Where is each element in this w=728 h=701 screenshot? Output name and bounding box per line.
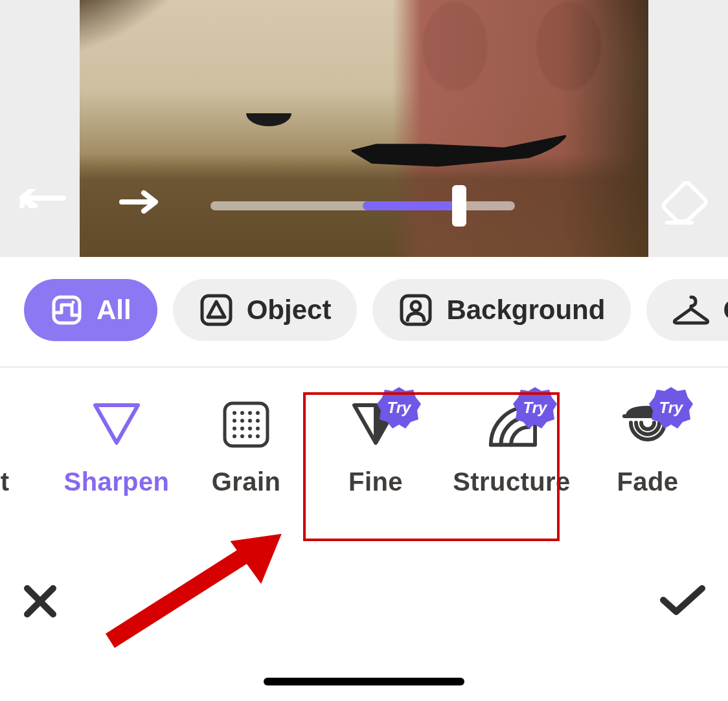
tool-sharpen[interactable]: Sharpen <box>52 400 181 549</box>
undo-button[interactable] <box>17 189 69 227</box>
grain-icon <box>220 400 272 449</box>
svg-point-8 <box>240 411 244 415</box>
try-badge: Try <box>649 386 693 430</box>
svg-point-21 <box>248 434 252 438</box>
svg-point-2 <box>72 301 75 304</box>
try-badge: Try <box>377 386 421 430</box>
tool-grain[interactable]: Grain <box>181 400 311 549</box>
try-badge: Try <box>513 386 557 430</box>
pill-clothes[interactable]: Cl <box>646 279 728 341</box>
tool-label: st <box>0 467 9 496</box>
check-icon <box>659 583 706 617</box>
tool-fade[interactable]: Try Fade <box>583 400 712 549</box>
eraser-button[interactable] <box>661 181 709 230</box>
svg-point-12 <box>240 419 244 423</box>
svg-point-19 <box>233 434 236 438</box>
tool-label: Grain <box>212 467 280 496</box>
svg-point-11 <box>233 419 236 423</box>
home-indicator <box>264 678 464 685</box>
structure-icon: Try <box>486 400 538 449</box>
pill-background[interactable]: Background <box>372 279 631 341</box>
pill-object[interactable]: Object <box>173 279 358 341</box>
svg-point-16 <box>240 427 244 430</box>
sharpen-icon <box>91 400 142 449</box>
svg-point-22 <box>256 434 260 438</box>
hanger-icon <box>672 295 710 326</box>
person-icon <box>398 293 433 328</box>
svg-rect-6 <box>225 403 267 446</box>
tool-label: Fine <box>348 467 403 496</box>
svg-point-7 <box>233 411 236 415</box>
svg-point-14 <box>256 419 260 423</box>
svg-point-18 <box>256 427 260 430</box>
intensity-slider-fill <box>363 201 460 210</box>
fine-icon: Try <box>350 400 402 449</box>
effects-row: st Sharpen Grain <box>0 368 728 549</box>
svg-point-15 <box>233 427 236 430</box>
tool-label: Fade <box>617 467 679 496</box>
close-icon <box>22 583 58 619</box>
tool-label: Structure <box>453 467 570 496</box>
object-icon <box>199 293 234 328</box>
svg-point-10 <box>256 411 260 415</box>
pill-all[interactable]: All <box>24 279 157 341</box>
pill-label: Background <box>446 295 605 326</box>
image-preview <box>0 0 728 257</box>
svg-point-17 <box>248 427 252 430</box>
tool-structure[interactable]: Try Structure <box>440 400 583 549</box>
crop-icon <box>50 293 84 327</box>
tool-label: Sharpen <box>64 467 170 496</box>
pill-label: All <box>97 295 131 326</box>
pill-label: Cl <box>723 295 728 326</box>
svg-point-9 <box>248 411 252 415</box>
tool-fine[interactable]: Try Fine <box>311 400 440 549</box>
redo-button[interactable] <box>118 189 165 217</box>
svg-rect-1 <box>54 297 80 323</box>
confirm-button[interactable] <box>659 583 706 619</box>
cancel-button[interactable] <box>22 583 58 622</box>
mask-target-row: All Object Background Cl <box>0 257 728 366</box>
edited-photo-detail <box>350 126 570 170</box>
intensity-slider-thumb[interactable] <box>452 185 466 227</box>
svg-point-13 <box>248 419 252 423</box>
tool-previous-partial[interactable]: st <box>0 400 19 549</box>
svg-point-20 <box>240 434 244 438</box>
fade-icon: Try <box>622 400 674 449</box>
pill-label: Object <box>247 295 332 326</box>
bottom-bar <box>0 572 728 701</box>
svg-point-5 <box>411 302 420 311</box>
